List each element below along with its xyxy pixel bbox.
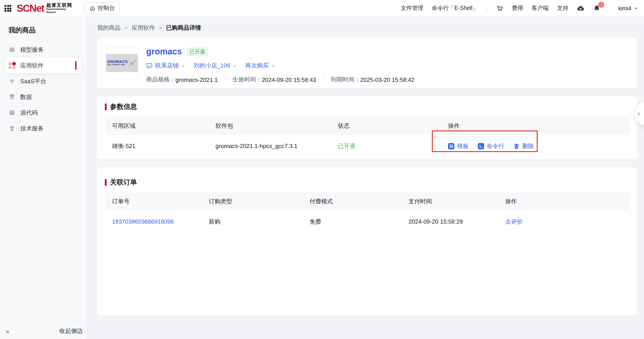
thumbnail-title: GROMACS <box>107 60 128 64</box>
start-time-label: 生效时间： <box>232 76 262 84</box>
sidebar-item-model-services[interactable]: 模型服务 <box>0 42 87 58</box>
notifications-button[interactable]: 1 <box>593 4 601 12</box>
top-header: SCNet 超算互联网 SuperComputing Network 控制台 文… <box>0 0 644 17</box>
database-icon <box>8 94 15 100</box>
cube-icon <box>8 46 15 53</box>
parameter-table-row: 雄衡-521 gromacs-2021.1-hpcx_gcc7.3.1 已开通 <box>105 135 630 157</box>
section-accent-bar <box>105 179 106 186</box>
app-root: SCNet 超算互联网 SuperComputing Network 控制台 文… <box>0 0 644 339</box>
template-action-button[interactable]: 模板 <box>448 142 469 150</box>
sidebar-item-label: 应用软件 <box>20 62 44 70</box>
status-value: 已开通 <box>331 142 441 150</box>
col-actions: 操作 <box>441 122 630 130</box>
parameter-info-card: 参数信息 可用区域 软件包 状态 操作 雄衡-521 gromacs-2021.… <box>97 96 638 159</box>
chevron-right-icon: › <box>234 63 235 68</box>
collapse-sidebar-icon[interactable]: « <box>6 327 10 334</box>
order-type-value: 新购 <box>202 218 302 226</box>
sidebar-item-label: 技术服务 <box>20 124 44 132</box>
col-status: 状态 <box>331 122 441 130</box>
collapse-sidebar-label[interactable]: 收起侧边 <box>60 327 83 335</box>
product-summary-card: GROMACS FAST. FLEXIBLE. FREE. gromacs 已开… <box>97 38 638 88</box>
chevron-right-icon: › <box>272 63 274 68</box>
parameter-table: 可用区域 软件包 状态 操作 雄衡-521 gromacs-2021.1-hpc… <box>105 117 630 157</box>
sidebar: 我的商品 模型服务 应用软件 <box>0 17 88 339</box>
col-pay-mode: 付费模式 <box>302 198 401 206</box>
breadcrumb-separator: > <box>159 25 162 30</box>
sidebar-item-label: 数据 <box>20 93 32 101</box>
sidebar-item-saas[interactable]: SaaS平台 <box>0 73 87 89</box>
cluster-icon <box>8 78 15 84</box>
pay-mode-value: 免费 <box>302 218 401 226</box>
end-time-label: 到期时间： <box>331 76 360 84</box>
app-grid-icon <box>8 62 15 69</box>
nav-eshell[interactable]: 命令行「E-Shell」 <box>432 4 478 12</box>
sidebar-item-tech-services[interactable]: 技术服务 <box>0 120 87 136</box>
chat-bubble-icon <box>146 62 152 69</box>
breadcrumb-app-software[interactable]: 应用软件 <box>132 24 155 32</box>
sidebar-title: 我的商品 <box>0 17 87 35</box>
console-button[interactable]: 控制台 <box>84 2 120 14</box>
sidebar-item-label: 模型服务 <box>20 46 44 54</box>
col-order-type: 订购类型 <box>202 198 302 206</box>
template-icon <box>448 143 454 149</box>
active-item-indicator <box>75 61 76 70</box>
cloud-upload-icon[interactable] <box>577 4 584 12</box>
nav-fee[interactable]: 费用 <box>512 4 523 12</box>
scnet-logo[interactable]: SCNet 超算互联网 SuperComputing Network <box>17 2 72 14</box>
username: kimi4 <box>618 5 632 12</box>
package-value: gromacs-2021.1-hpcx_gcc7.3.1 <box>208 142 331 149</box>
sidebar-footer: « 收起侧边 <box>0 322 87 339</box>
breadcrumb-my-products[interactable]: 我的商品 <box>97 24 120 32</box>
spec-label: 商品规格： <box>146 76 176 84</box>
trash-icon <box>513 143 520 149</box>
sidebar-menu: 模型服务 应用软件 SaaS平台 <box>0 42 87 136</box>
end-time-value: 2025-03-20 15:58:42 <box>360 76 414 83</box>
orders-table: 订单号 订购类型 付费模式 支付时间 操作 183703860368691609… <box>105 192 630 232</box>
go-review-link[interactable]: 去评价 <box>498 218 630 226</box>
order-number-link[interactable]: 1837038603686916096 <box>105 218 202 225</box>
logo-english-line1: SuperComputing <box>46 8 72 11</box>
col-region: 可用区域 <box>105 122 208 130</box>
pay-time-value: 2024-09-20 15:58:29 <box>401 218 498 225</box>
apps-grid-icon[interactable] <box>4 5 11 12</box>
nav-file-manager[interactable]: 文件管理 <box>401 4 423 12</box>
sidebar-item-label: 源代码 <box>20 109 38 117</box>
bird-illustration <box>129 60 137 66</box>
region-value: 雄衡-521 <box>105 142 208 150</box>
cart-icon[interactable] <box>496 4 504 12</box>
logo-chinese-name: 超算互联网 <box>46 3 72 8</box>
header-right-nav: 文件管理 命令行「E-Shell」 费用 客户端 支持 1 <box>401 4 638 12</box>
console-button-label: 控制台 <box>98 4 115 12</box>
orders-section-title: 关联订单 <box>110 178 137 187</box>
header-divider-2 <box>609 5 610 12</box>
main-content: 我的商品 > 应用软件 > 已购商品详情 GROMACS FAST. FLEXI… <box>88 17 644 339</box>
section-accent-bar <box>105 104 106 110</box>
sidebar-item-data[interactable]: 数据 <box>0 89 87 105</box>
sidebar-item-source-code[interactable]: 源代码 <box>0 105 87 120</box>
delete-action-button[interactable]: 删除 <box>513 142 534 150</box>
home-icon <box>89 6 95 11</box>
nav-support[interactable]: 支持 <box>557 4 568 12</box>
breadcrumb-current-page: 已购商品详情 <box>166 24 201 32</box>
col-pay-time: 支付时间 <box>401 198 498 206</box>
notification-badge: 1 <box>598 2 604 8</box>
user-menu[interactable]: kimi4 <box>618 5 638 12</box>
headset-person-icon <box>8 125 15 132</box>
product-status-badge: 已开通 <box>186 47 208 56</box>
chevron-right-icon: › <box>182 63 184 68</box>
col-order-no: 订单号 <box>105 198 202 206</box>
sidebar-item-label: SaaS平台 <box>20 77 46 85</box>
col-package: 软件包 <box>208 122 331 130</box>
product-name: gromacs <box>146 47 182 57</box>
header-divider-1 <box>487 5 487 12</box>
sidebar-item-app-software[interactable]: 应用软件 <box>5 58 81 73</box>
shop-name-link[interactable]: 刘的小店_106 › <box>194 62 235 70</box>
command-line-action-button[interactable]: 命令行 <box>478 142 504 150</box>
product-thumbnail: GROMACS FAST. FLEXIBLE. FREE. <box>106 47 138 79</box>
buy-again-link[interactable]: 再次购买 › <box>246 62 274 70</box>
orders-table-row: 1837038603686916096 新购 免费 2024-09-20 15:… <box>105 210 630 232</box>
nav-client[interactable]: 客户端 <box>532 4 549 12</box>
contact-shop-link[interactable]: 联系店铺 › <box>146 62 184 70</box>
logo-english-line2: Network <box>46 12 72 14</box>
code-window-icon <box>8 109 15 116</box>
